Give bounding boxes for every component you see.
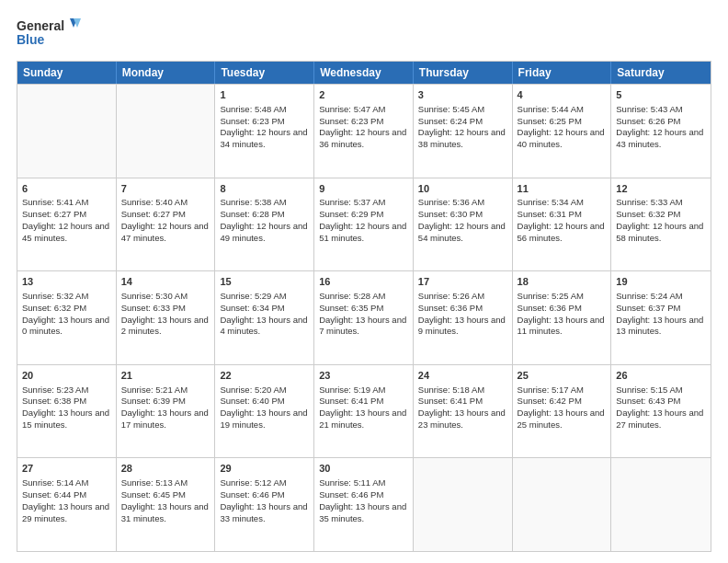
sunrise-label: Sunrise: 5:17 AM	[518, 385, 584, 395]
header-wednesday: Wednesday	[314, 62, 414, 84]
day-number: 28	[121, 462, 210, 476]
sunset-label: Sunset: 6:37 PM	[616, 303, 680, 313]
logo: General Blue	[17, 17, 81, 52]
sunrise-label: Sunrise: 5:11 AM	[319, 477, 385, 488]
sunset-label: Sunset: 6:35 PM	[319, 303, 383, 313]
header-monday: Monday	[117, 62, 216, 84]
day-number: 19	[616, 275, 706, 289]
sunrise-label: Sunrise: 5:24 AM	[616, 291, 682, 301]
day-number: 23	[319, 369, 408, 383]
svg-text:Blue: Blue	[17, 32, 45, 47]
sunset-label: Sunset: 6:24 PM	[418, 116, 483, 126]
sunset-label: Sunset: 6:42 PM	[518, 396, 582, 406]
daylight-label: Daylight: 13 hours and 23 minutes.	[418, 408, 506, 430]
sunset-label: Sunset: 6:44 PM	[22, 489, 86, 500]
sunrise-label: Sunrise: 5:25 AM	[518, 291, 584, 301]
calendar-cell-2-4: 17 Sunrise: 5:26 AM Sunset: 6:36 PM Dayl…	[414, 271, 513, 364]
sunrise-label: Sunrise: 5:32 AM	[22, 291, 88, 301]
sunset-label: Sunset: 6:41 PM	[418, 396, 483, 406]
daylight-label: Daylight: 13 hours and 35 minutes.	[319, 501, 406, 523]
daylight-label: Daylight: 13 hours and 33 minutes.	[220, 501, 307, 523]
sunrise-label: Sunrise: 5:38 AM	[220, 197, 286, 207]
day-number: 7	[121, 182, 210, 196]
sunrise-label: Sunrise: 5:40 AM	[121, 197, 188, 207]
sunrise-label: Sunrise: 5:15 AM	[616, 385, 682, 395]
sunset-label: Sunset: 6:32 PM	[22, 303, 86, 313]
sunrise-label: Sunrise: 5:33 AM	[616, 197, 682, 207]
sunset-label: Sunset: 6:36 PM	[418, 303, 483, 313]
sunset-label: Sunset: 6:45 PM	[121, 489, 186, 500]
daylight-label: Daylight: 13 hours and 21 minutes.	[319, 408, 406, 430]
day-number: 20	[22, 369, 111, 383]
sunset-label: Sunset: 6:23 PM	[319, 116, 383, 126]
daylight-label: Daylight: 12 hours and 47 minutes.	[121, 221, 209, 243]
calendar-row-0: 1 Sunrise: 5:48 AM Sunset: 6:23 PM Dayli…	[17, 84, 711, 178]
daylight-label: Daylight: 12 hours and 43 minutes.	[616, 127, 703, 149]
calendar-cell-3-2: 22 Sunrise: 5:20 AM Sunset: 6:40 PM Dayl…	[215, 365, 314, 458]
calendar-cell-3-3: 23 Sunrise: 5:19 AM Sunset: 6:41 PM Dayl…	[314, 365, 414, 458]
daylight-label: Daylight: 13 hours and 25 minutes.	[518, 408, 605, 430]
calendar-cell-0-2: 1 Sunrise: 5:48 AM Sunset: 6:23 PM Dayli…	[215, 85, 314, 178]
day-number: 10	[418, 182, 507, 196]
daylight-label: Daylight: 13 hours and 9 minutes.	[418, 315, 506, 337]
page: General Blue Sunday Monday Tuesday Wedne…	[0, 0, 728, 563]
calendar-cell-1-1: 7 Sunrise: 5:40 AM Sunset: 6:27 PM Dayli…	[117, 178, 216, 271]
calendar-cell-1-4: 10 Sunrise: 5:36 AM Sunset: 6:30 PM Dayl…	[414, 178, 513, 271]
day-number: 25	[518, 369, 607, 383]
calendar-cell-4-0: 27 Sunrise: 5:14 AM Sunset: 6:44 PM Dayl…	[17, 458, 117, 551]
header-thursday: Thursday	[414, 62, 513, 84]
sunrise-label: Sunrise: 5:36 AM	[418, 197, 484, 207]
calendar-cell-1-5: 11 Sunrise: 5:34 AM Sunset: 6:31 PM Dayl…	[513, 178, 612, 271]
day-number: 18	[518, 275, 607, 289]
calendar-cell-4-3: 30 Sunrise: 5:11 AM Sunset: 6:46 PM Dayl…	[314, 458, 414, 551]
sunrise-label: Sunrise: 5:20 AM	[220, 385, 286, 395]
daylight-label: Daylight: 13 hours and 17 minutes.	[121, 408, 209, 430]
sunrise-label: Sunrise: 5:28 AM	[319, 291, 385, 301]
calendar-cell-3-4: 24 Sunrise: 5:18 AM Sunset: 6:41 PM Dayl…	[414, 365, 513, 458]
daylight-label: Daylight: 13 hours and 15 minutes.	[22, 408, 109, 430]
day-number: 16	[319, 275, 408, 289]
header-tuesday: Tuesday	[215, 62, 314, 84]
sunset-label: Sunset: 6:23 PM	[220, 116, 284, 126]
calendar-cell-2-2: 15 Sunrise: 5:29 AM Sunset: 6:34 PM Dayl…	[215, 271, 314, 364]
sunrise-label: Sunrise: 5:43 AM	[616, 104, 682, 114]
day-number: 22	[220, 369, 309, 383]
day-number: 29	[220, 462, 309, 476]
sunrise-label: Sunrise: 5:47 AM	[319, 104, 385, 114]
daylight-label: Daylight: 12 hours and 56 minutes.	[518, 221, 605, 243]
daylight-label: Daylight: 13 hours and 19 minutes.	[220, 408, 307, 430]
sunset-label: Sunset: 6:34 PM	[220, 303, 284, 313]
calendar: Sunday Monday Tuesday Wednesday Thursday…	[17, 61, 711, 552]
calendar-cell-4-5	[513, 458, 612, 551]
day-number: 30	[319, 462, 408, 476]
calendar-cell-0-3: 2 Sunrise: 5:47 AM Sunset: 6:23 PM Dayli…	[314, 85, 414, 178]
sunset-label: Sunset: 6:41 PM	[319, 396, 383, 406]
daylight-label: Daylight: 12 hours and 45 minutes.	[22, 221, 109, 243]
calendar-cell-1-6: 12 Sunrise: 5:33 AM Sunset: 6:32 PM Dayl…	[611, 178, 711, 271]
daylight-label: Daylight: 13 hours and 7 minutes.	[319, 315, 406, 337]
sunset-label: Sunset: 6:29 PM	[319, 209, 383, 219]
day-number: 9	[319, 182, 408, 196]
daylight-label: Daylight: 13 hours and 11 minutes.	[518, 315, 605, 337]
sunset-label: Sunset: 6:33 PM	[121, 303, 186, 313]
sunset-label: Sunset: 6:25 PM	[518, 116, 582, 126]
day-number: 12	[616, 182, 706, 196]
calendar-cell-1-2: 8 Sunrise: 5:38 AM Sunset: 6:28 PM Dayli…	[215, 178, 314, 271]
daylight-label: Daylight: 12 hours and 40 minutes.	[518, 127, 605, 149]
sunset-label: Sunset: 6:39 PM	[121, 396, 186, 406]
sunset-label: Sunset: 6:31 PM	[518, 209, 582, 219]
sunset-label: Sunset: 6:46 PM	[319, 489, 383, 500]
sunset-label: Sunset: 6:46 PM	[220, 489, 284, 500]
day-number: 3	[418, 88, 507, 102]
header-saturday: Saturday	[611, 62, 711, 84]
calendar-cell-0-1	[117, 85, 216, 178]
day-number: 5	[616, 88, 706, 102]
daylight-label: Daylight: 13 hours and 2 minutes.	[121, 315, 209, 337]
calendar-cell-2-6: 19 Sunrise: 5:24 AM Sunset: 6:37 PM Dayl…	[611, 271, 711, 364]
sunrise-label: Sunrise: 5:23 AM	[22, 385, 88, 395]
sunset-label: Sunset: 6:28 PM	[220, 209, 284, 219]
day-number: 4	[518, 88, 607, 102]
sunrise-label: Sunrise: 5:13 AM	[121, 477, 188, 488]
sunset-label: Sunset: 6:40 PM	[220, 396, 284, 406]
daylight-label: Daylight: 13 hours and 4 minutes.	[220, 315, 307, 337]
